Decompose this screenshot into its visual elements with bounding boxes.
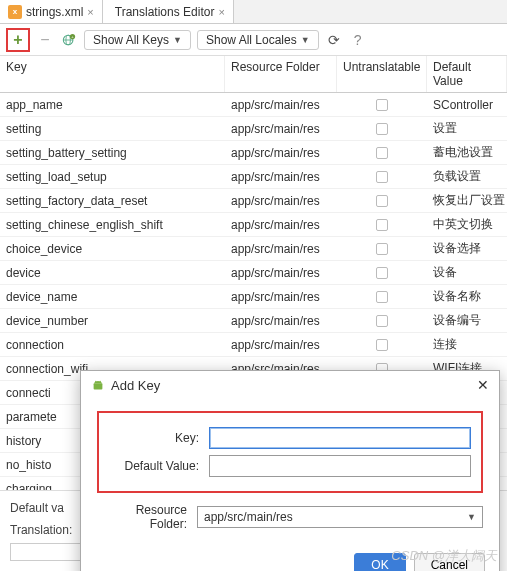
- add-key-dialog: Add Key ✕ Key: Default Value: Resource F…: [80, 370, 500, 571]
- android-icon: [91, 378, 105, 392]
- cell-default: 恢复出厂设置: [427, 192, 507, 209]
- chevron-down-icon: ▼: [173, 35, 182, 45]
- checkbox[interactable]: [376, 123, 388, 135]
- column-untranslatable[interactable]: Untranslatable: [337, 56, 427, 92]
- help-button[interactable]: ?: [349, 31, 367, 49]
- cell-key: app_name: [0, 98, 225, 112]
- cell-default: 设备选择: [427, 240, 507, 257]
- cell-folder: app/src/main/res: [225, 146, 337, 160]
- default-value-input[interactable]: [209, 455, 471, 477]
- default-value-field-label: Default Value:: [109, 459, 209, 473]
- cell-key: device_name: [0, 290, 225, 304]
- tab-label: strings.xml: [26, 5, 83, 19]
- cell-folder: app/src/main/res: [225, 218, 337, 232]
- cell-untranslatable[interactable]: [337, 123, 427, 135]
- add-key-highlight: +: [6, 28, 30, 52]
- cell-untranslatable[interactable]: [337, 291, 427, 303]
- cell-default: 蓄电池设置: [427, 144, 507, 161]
- checkbox[interactable]: [376, 243, 388, 255]
- form-highlight: Key: Default Value:: [97, 411, 483, 493]
- cell-key: setting_factory_data_reset: [0, 194, 225, 208]
- ok-button[interactable]: OK: [354, 553, 405, 571]
- key-field-label: Key:: [109, 431, 209, 445]
- table-row[interactable]: setting_factory_data_resetapp/src/main/r…: [0, 189, 507, 213]
- svg-text:+: +: [71, 34, 74, 39]
- checkbox[interactable]: [376, 315, 388, 327]
- dialog-buttons: OK Cancel: [81, 545, 499, 571]
- cell-default: 设备名称: [427, 288, 507, 305]
- cell-untranslatable[interactable]: [337, 219, 427, 231]
- table-row[interactable]: app_nameapp/src/main/resSController: [0, 93, 507, 117]
- chevron-down-icon: ▼: [467, 512, 476, 522]
- show-locales-dropdown[interactable]: Show All Locales ▼: [197, 30, 319, 50]
- dropdown-label: Show All Locales: [206, 33, 297, 47]
- table-row[interactable]: choice_deviceapp/src/main/res设备选择: [0, 237, 507, 261]
- checkbox[interactable]: [376, 99, 388, 111]
- table-row[interactable]: device_numberapp/src/main/res设备编号: [0, 309, 507, 333]
- cell-default: 连接: [427, 336, 507, 353]
- cell-untranslatable[interactable]: [337, 339, 427, 351]
- checkbox[interactable]: [376, 219, 388, 231]
- table-row[interactable]: deviceapp/src/main/res设备: [0, 261, 507, 285]
- cell-untranslatable[interactable]: [337, 315, 427, 327]
- cell-key: device_number: [0, 314, 225, 328]
- table-row[interactable]: setting_chinese_english_shiftapp/src/mai…: [0, 213, 507, 237]
- cell-default: SController: [427, 98, 507, 112]
- cell-folder: app/src/main/res: [225, 98, 337, 112]
- checkbox[interactable]: [376, 339, 388, 351]
- chevron-down-icon: ▼: [301, 35, 310, 45]
- cell-untranslatable[interactable]: [337, 195, 427, 207]
- checkbox[interactable]: [376, 291, 388, 303]
- add-key-button[interactable]: +: [9, 31, 27, 49]
- editor-tabs: x strings.xml × Translations Editor ×: [0, 0, 507, 24]
- column-key[interactable]: Key: [0, 56, 225, 92]
- table-row[interactable]: connectionapp/src/main/res连接: [0, 333, 507, 357]
- cell-default: 负载设置: [427, 168, 507, 185]
- cell-folder: app/src/main/res: [225, 314, 337, 328]
- cell-untranslatable[interactable]: [337, 267, 427, 279]
- cell-key: setting_battery_setting: [0, 146, 225, 160]
- cell-key: setting: [0, 122, 225, 136]
- remove-key-button[interactable]: −: [36, 31, 54, 49]
- cell-folder: app/src/main/res: [225, 194, 337, 208]
- add-locale-button[interactable]: +: [60, 31, 78, 49]
- dialog-body: Key: Default Value: Resource Folder: app…: [81, 399, 499, 545]
- cell-key: choice_device: [0, 242, 225, 256]
- cell-untranslatable[interactable]: [337, 147, 427, 159]
- resource-folder-label: Resource Folder:: [97, 503, 197, 531]
- reload-button[interactable]: ⟳: [325, 31, 343, 49]
- cell-untranslatable[interactable]: [337, 99, 427, 111]
- cell-folder: app/src/main/res: [225, 170, 337, 184]
- checkbox[interactable]: [376, 147, 388, 159]
- cell-folder: app/src/main/res: [225, 338, 337, 352]
- cell-folder: app/src/main/res: [225, 122, 337, 136]
- xml-file-icon: x: [8, 5, 22, 19]
- dialog-titlebar: Add Key ✕: [81, 371, 499, 399]
- table-row[interactable]: device_nameapp/src/main/res设备名称: [0, 285, 507, 309]
- checkbox[interactable]: [376, 267, 388, 279]
- table-row[interactable]: setting_load_setupapp/src/main/res负载设置: [0, 165, 507, 189]
- close-icon[interactable]: ✕: [477, 377, 489, 393]
- checkbox[interactable]: [376, 171, 388, 183]
- close-icon[interactable]: ×: [218, 6, 224, 18]
- cell-default: 设备编号: [427, 312, 507, 329]
- tab-translations-editor[interactable]: Translations Editor ×: [103, 0, 234, 23]
- key-input[interactable]: [209, 427, 471, 449]
- cell-untranslatable[interactable]: [337, 171, 427, 183]
- cell-key: setting_load_setup: [0, 170, 225, 184]
- toolbar: + − + Show All Keys ▼ Show All Locales ▼…: [0, 24, 507, 56]
- column-folder[interactable]: Resource Folder: [225, 56, 337, 92]
- table-row[interactable]: settingapp/src/main/res设置: [0, 117, 507, 141]
- cancel-button[interactable]: Cancel: [414, 553, 485, 571]
- resource-folder-select[interactable]: app/src/main/res ▼: [197, 506, 483, 528]
- column-default[interactable]: Default Value: [427, 56, 507, 92]
- cell-untranslatable[interactable]: [337, 243, 427, 255]
- tab-strings-xml[interactable]: x strings.xml ×: [0, 0, 103, 23]
- close-icon[interactable]: ×: [87, 6, 93, 18]
- checkbox[interactable]: [376, 195, 388, 207]
- tab-label: Translations Editor: [115, 5, 215, 19]
- table-row[interactable]: setting_battery_settingapp/src/main/res蓄…: [0, 141, 507, 165]
- show-keys-dropdown[interactable]: Show All Keys ▼: [84, 30, 191, 50]
- svg-rect-8: [94, 383, 103, 389]
- cell-default: 中英文切换: [427, 216, 507, 233]
